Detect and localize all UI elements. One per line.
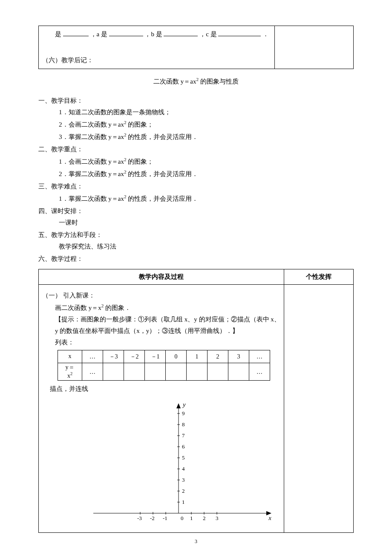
sec2-i2a: 2．掌握二次函数 y＝ax (59, 171, 124, 177)
ylbl-b: x (67, 373, 70, 379)
top-continuation-box: 是 ，a 是 ，b 是 ，c 是 ． （六）教学后记： (38, 26, 354, 69)
table-row-x: x … －3 －2 －1 0 1 2 3 … (58, 350, 270, 363)
content-header-right: 个性发挥 (284, 269, 354, 285)
y-axis-label: y (182, 401, 186, 408)
blank-c (218, 29, 261, 36)
ytick: 8 (182, 421, 185, 428)
teaching-afternote-heading: （六）教学后记： (42, 55, 271, 66)
sec3-i1b: 的性质，并会灵活应用． (127, 195, 199, 202)
cell: 1 (187, 350, 208, 363)
cell-x-label: x (58, 350, 82, 363)
sec2-i2b: 的性质，并会灵活应用． (127, 171, 199, 177)
arrow-up-icon (176, 403, 181, 408)
fill-blank-line: 是 ，a 是 ，b 是 ，c 是 ． (42, 29, 271, 40)
sec1-item1: 1．知道二次函数的图象是一条抛物线； (38, 107, 354, 118)
lesson-title: 二次函数 y＝ax2 的图象与性质 (38, 75, 354, 87)
sec2-head: 二、教学重点： (38, 144, 354, 155)
xtick: -1 (163, 515, 167, 521)
sec1-i2a: 2．会画二次函数 y＝ax (59, 121, 124, 128)
txt-a: ，a 是 (90, 31, 107, 38)
sec1-item3: 3．掌握二次函数 y＝ax2 的性质，并会灵活应用． (38, 130, 354, 143)
ytick: 6 (182, 443, 185, 450)
sec2-item1: 1．会画二次函数 y＝ax2 的图象； (38, 155, 354, 168)
content-side-cell (284, 285, 354, 533)
table-row-y: y＝ x2 … … (58, 363, 270, 381)
xtick: 3 (216, 515, 219, 521)
ylbl-a: y＝ (66, 364, 75, 370)
cell (228, 363, 249, 381)
sec6-head: 六、教学过程： (38, 253, 354, 265)
teaching-content-table: 教学内容及过程 个性发挥 （一） 引入新课： 画二次函数 y＝x2 的图象． 【… (38, 269, 354, 533)
xtick: -3 (137, 515, 142, 521)
sec3-head: 三、教学难点： (38, 181, 354, 192)
cell: －1 (145, 350, 166, 363)
sec4-head: 四、课时安排： (38, 205, 354, 217)
cell: 2 (208, 350, 228, 363)
intro-line1a: 画二次函数 y＝x (55, 304, 101, 311)
sec5-head: 五、教学方法和手段： (38, 229, 354, 241)
cell: … (249, 363, 270, 381)
txt-b: ，b 是 (144, 31, 162, 38)
txt-c: ，c 是 (199, 31, 216, 38)
cell: … (82, 350, 103, 363)
list-table-label: 列表： (42, 337, 280, 348)
xy-data-table: x … －3 －2 －1 0 1 2 3 … y＝ x2 … (58, 350, 270, 381)
axes-svg: 1 2 3 4 5 6 7 8 9 -3 -2 -1 (85, 398, 272, 526)
sec2-i1b: 的图象； (127, 158, 154, 165)
txt-shi: 是 (55, 31, 61, 38)
cell: … (249, 350, 270, 363)
cell (124, 363, 145, 381)
lesson-title-text: 二次函数 y＝ax (153, 78, 196, 85)
sec1-i2b: 的图象； (127, 121, 154, 128)
sec3-i1a: 1．掌握二次函数 y＝ax (59, 195, 124, 202)
content-body-cell: （一） 引入新课： 画二次函数 y＝x2 的图象． 【提示：画图象的一般步骤：①… (39, 285, 284, 533)
coordinate-graph: 1 2 3 4 5 6 7 8 9 -3 -2 -1 (42, 398, 280, 530)
ytick: 1 (182, 499, 185, 505)
intro-line1b: 的图象． (104, 304, 131, 311)
sec5-item1: 教学探究法、练习法 (38, 241, 354, 252)
txt-period: ． (262, 31, 269, 38)
cell-y-label: y＝ x2 (58, 363, 82, 381)
sec1-i3b: 的性质，并会灵活应用． (127, 133, 199, 140)
ytick: 5 (182, 454, 185, 461)
x-axis-label: x (268, 515, 271, 521)
sup-icon: 2 (70, 371, 72, 376)
cell: －2 (124, 350, 145, 363)
content-header-left: 教学内容及过程 (39, 269, 284, 285)
plot-instruction: 描点，并连线 (42, 383, 280, 395)
ytick: 3 (182, 477, 185, 483)
sec1-i3a: 3．掌握二次函数 y＝ax (59, 133, 124, 140)
origin-label: 0 (181, 515, 184, 521)
top-right-cell (275, 26, 354, 69)
intro-hint: 【提示：画图象的一般步骤：①列表（取几组 x、y 的对应值；②描点（表中 x、y… (42, 314, 280, 337)
cell (187, 363, 208, 381)
sec3-item1: 1．掌握二次函数 y＝ax2 的性质，并会灵活应用． (38, 192, 354, 205)
sec1-head: 一、教学目标： (38, 95, 354, 107)
page-number: 3 (38, 537, 354, 546)
sec4-item1: 一课时 (38, 217, 354, 228)
lesson-title-tail: 的图象与性质 (199, 78, 239, 85)
blank-a (109, 29, 143, 36)
blank-1 (63, 29, 89, 36)
ytick: 2 (182, 488, 185, 494)
cell (166, 363, 187, 381)
sec2-item2: 2．掌握二次函数 y＝ax2 的性质，并会灵活应用． (38, 168, 354, 180)
cell: … (82, 363, 103, 381)
intro-heading: （一） 引入新课： (42, 290, 280, 301)
cell: －3 (103, 350, 124, 363)
ytick: 9 (182, 410, 185, 416)
ytick: 7 (182, 432, 185, 439)
blank-b (164, 29, 198, 36)
xtick: 2 (203, 515, 206, 521)
xtick: 1 (190, 515, 193, 521)
sec1-item2: 2．会画二次函数 y＝ax2 的图象； (38, 118, 354, 130)
cell (103, 363, 124, 381)
xtick: -2 (150, 515, 155, 521)
cell (208, 363, 228, 381)
cell: 3 (228, 350, 249, 363)
cell (145, 363, 166, 381)
cell: 0 (166, 350, 187, 363)
ytick: 4 (182, 465, 185, 472)
sec2-i1a: 1．会画二次函数 y＝ax (59, 158, 124, 165)
intro-line1: 画二次函数 y＝x2 的图象． (42, 301, 280, 314)
